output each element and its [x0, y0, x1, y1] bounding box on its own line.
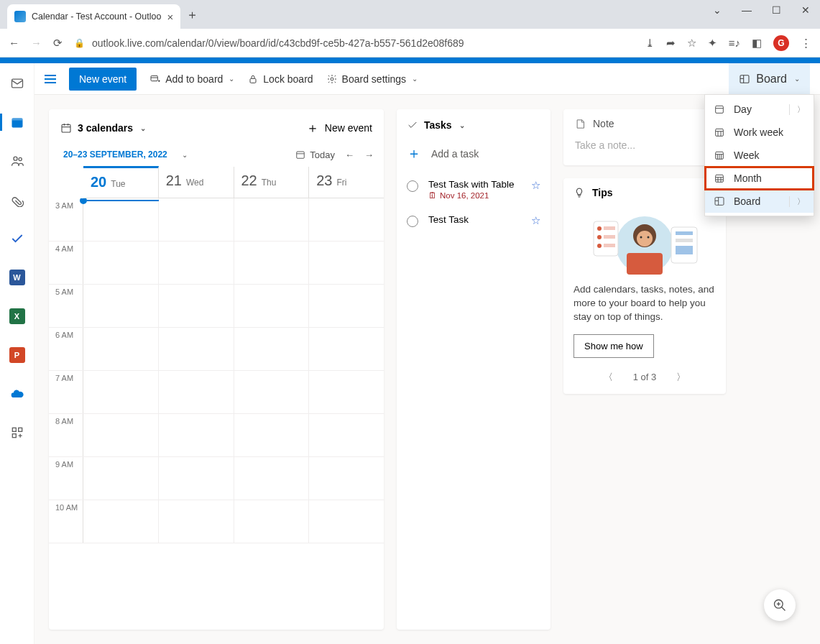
note-placeholder[interactable]: Take a note...	[575, 139, 714, 151]
task-item[interactable]: Test Task ☆	[397, 207, 550, 234]
checkmark-icon	[407, 119, 418, 131]
rail-excel[interactable]: X	[0, 305, 34, 328]
prev-arrow-icon[interactable]: ←	[345, 150, 354, 160]
window-maximize-icon[interactable]: ☐	[772, 4, 781, 16]
chevron-down-icon: ⌄	[412, 75, 418, 83]
new-event-button[interactable]: New event	[69, 68, 137, 91]
lock-icon: 🔒	[74, 38, 85, 48]
task-item[interactable]: Test Task with Table 🗓Nov 16, 2021 ☆	[397, 172, 550, 207]
hour-label: 6 AM	[49, 328, 83, 370]
svg-rect-22	[18, 428, 22, 431]
window-minimize-icon[interactable]: —	[742, 4, 752, 16]
browser-menu-icon[interactable]: ⋮	[801, 37, 811, 50]
hour-label: 7 AM	[49, 371, 83, 413]
tab-title: Calendar - Test Account - Outloo	[32, 12, 161, 22]
browser-toolbar: ← → ⟳ 🔒 outlook.live.com/calendar/0/view…	[0, 29, 820, 58]
add-card-icon	[149, 73, 161, 85]
bookmark-star-icon[interactable]: ☆	[687, 37, 696, 50]
share-icon[interactable]: ➦	[666, 37, 676, 50]
calendar-new-event-label: New event	[325, 122, 372, 134]
svg-rect-52	[676, 246, 693, 254]
svg-rect-30	[62, 124, 70, 132]
menu-label: Work week	[734, 126, 783, 138]
view-option-board[interactable]: Board 〉	[705, 190, 814, 213]
calendar-title-button[interactable]: 3 calendars ⌄	[60, 122, 146, 134]
lock-board-button[interactable]: Lock board	[247, 73, 313, 85]
day-header[interactable]: 21Wed	[159, 167, 234, 198]
task-complete-radio[interactable]	[407, 180, 418, 192]
today-button[interactable]: Today	[295, 150, 335, 160]
day-header[interactable]: 23Fri	[309, 167, 384, 198]
svg-rect-53	[716, 106, 724, 113]
task-complete-radio[interactable]	[407, 216, 418, 227]
tasks-header[interactable]: Tasks ⌄	[397, 109, 550, 135]
svg-line-73	[782, 607, 786, 611]
note-title-label: Note	[593, 118, 614, 129]
rail-people[interactable]	[0, 150, 34, 172]
rail-calendar[interactable]	[0, 111, 34, 134]
rail-onedrive[interactable]	[0, 382, 34, 405]
day-header[interactable]: 20Tue	[83, 166, 159, 198]
calendar-small-icon: 🗓	[428, 191, 437, 200]
window-close-icon[interactable]: ✕	[801, 4, 810, 16]
add-task-button[interactable]: ＋ Add a task	[397, 135, 550, 172]
date-range-picker[interactable]: 20–23 SEPTEMBER, 2022	[59, 147, 172, 162]
sidepanel-icon[interactable]: ◧	[752, 37, 762, 50]
show-me-how-button[interactable]: Show me how	[573, 334, 654, 358]
chevron-right-icon[interactable]: 〉	[789, 104, 805, 115]
calendar-title-label: 3 calendars	[78, 122, 133, 134]
next-arrow-icon[interactable]: →	[364, 150, 374, 160]
rail-word[interactable]: W	[0, 266, 34, 289]
svg-rect-64	[716, 175, 724, 182]
nav-forward-icon[interactable]: →	[31, 37, 42, 49]
browser-tab[interactable]: Calendar - Test Account - Outloo ×	[7, 4, 180, 29]
window-chevron-icon[interactable]: ⌄	[713, 4, 722, 16]
chevron-down-icon[interactable]: ⌄	[182, 151, 188, 159]
nav-toggle-button[interactable]	[45, 73, 56, 86]
view-option-month[interactable]: Month	[705, 167, 814, 190]
playlist-icon[interactable]: ≡♪	[729, 37, 740, 49]
svg-rect-51	[676, 239, 693, 242]
day-header[interactable]: 22Thu	[234, 167, 310, 198]
view-option-week[interactable]: Week	[705, 144, 814, 167]
rail-powerpoint[interactable]: P	[0, 344, 34, 367]
profile-avatar[interactable]: G	[773, 35, 789, 51]
svg-rect-27	[740, 75, 749, 83]
tab-close-icon[interactable]: ×	[167, 11, 173, 23]
browser-actions: ⤓ ➦ ☆ ✦ ≡♪ ◧ G ⋮	[645, 35, 811, 51]
note-header: Note	[575, 118, 714, 129]
calendar-grid[interactable]: 3 AM 4 AM 5 AM 6 AM 7 AM 8 AM 9 AM 10 AM	[49, 198, 384, 630]
star-icon[interactable]: ☆	[531, 179, 540, 192]
svg-rect-48	[604, 244, 615, 247]
rail-more-apps[interactable]	[0, 421, 34, 444]
calendar-new-event-button[interactable]: ＋ New event	[306, 119, 372, 137]
extensions-icon[interactable]: ✦	[708, 37, 717, 50]
menu-label: Day	[734, 104, 752, 115]
view-option-day[interactable]: Day 〉	[705, 98, 814, 121]
tips-next-icon[interactable]: 〉	[676, 371, 686, 384]
zoom-button[interactable]	[764, 589, 796, 621]
view-option-work-week[interactable]: Work week	[705, 121, 814, 144]
star-icon[interactable]: ☆	[531, 214, 540, 227]
week-icon	[714, 150, 725, 161]
rail-files[interactable]	[0, 188, 34, 211]
chevron-down-icon: ⌄	[459, 121, 465, 129]
install-app-icon[interactable]: ⤓	[645, 37, 655, 50]
rail-mail[interactable]	[0, 72, 34, 95]
window-controls: ⌄ — ☐ ✕	[713, 0, 820, 20]
svg-point-47	[597, 244, 602, 248]
new-tab-button[interactable]: ＋	[186, 6, 198, 29]
gear-icon	[326, 73, 338, 85]
svg-rect-37	[627, 253, 663, 275]
nav-back-icon[interactable]: ←	[9, 37, 19, 49]
tips-prev-icon[interactable]: 〈	[604, 371, 613, 384]
address-bar[interactable]: 🔒 outlook.live.com/calendar/0/view/board…	[74, 37, 634, 49]
hour-label: 10 AM	[49, 500, 83, 543]
chevron-right-icon[interactable]: 〉	[789, 196, 805, 207]
view-switcher-button[interactable]: Board ⌄	[729, 63, 810, 95]
rail-todo[interactable]	[0, 227, 34, 250]
add-to-board-button[interactable]: Add to board ⌄	[149, 73, 234, 85]
nav-reload-icon[interactable]: ⟳	[53, 37, 63, 50]
note-card[interactable]: Note Take a note...	[563, 109, 726, 165]
board-settings-button[interactable]: Board settings ⌄	[326, 73, 418, 85]
